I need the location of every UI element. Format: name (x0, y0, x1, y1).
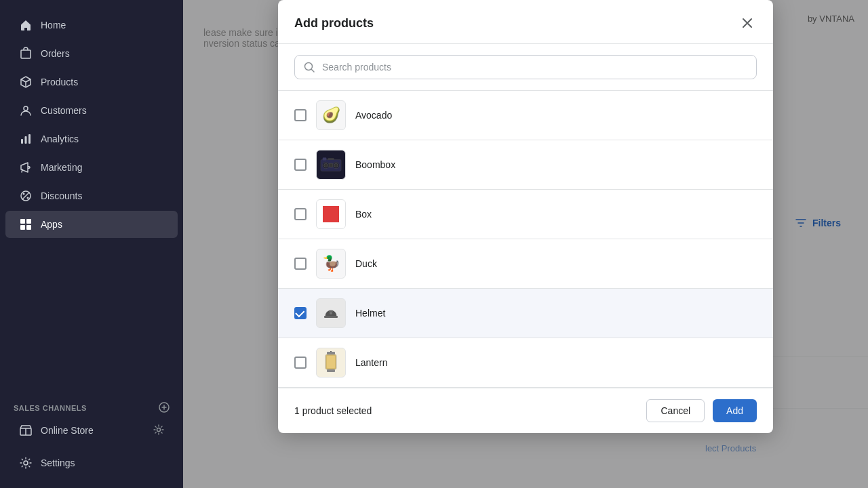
svg-rect-23 (328, 159, 334, 160)
svg-rect-4 (28, 134, 31, 144)
svg-rect-30 (327, 356, 335, 368)
svg-rect-26 (329, 310, 333, 312)
sidebar-item-online-store[interactable]: Online Store (5, 418, 178, 443)
main-content: by VNTANA lease make sure it has beennve… (183, 0, 868, 488)
svg-point-20 (334, 163, 338, 167)
svg-rect-22 (323, 158, 327, 161)
settings-icon (19, 456, 33, 470)
svg-point-6 (27, 197, 29, 199)
box-checkbox[interactable] (294, 208, 307, 220)
sidebar-item-analytics[interactable]: Analytics (5, 125, 178, 152)
svg-rect-0 (21, 50, 31, 58)
lantern-thumbnail (316, 348, 346, 378)
svg-point-27 (330, 312, 332, 314)
sidebar-item-settings[interactable]: Settings (5, 449, 178, 476)
product-item-helmet[interactable]: Helmet (278, 289, 773, 338)
selected-count: 1 product selected (294, 405, 372, 416)
discounts-icon (19, 189, 33, 203)
svg-rect-24 (323, 206, 339, 222)
svg-rect-8 (26, 219, 31, 224)
sidebar-item-label: Home (41, 20, 66, 30)
search-input[interactable] (322, 62, 748, 73)
modal-footer: 1 product selected Cancel Add (278, 388, 773, 433)
modal-search-area (278, 44, 773, 91)
svg-rect-21 (329, 163, 333, 167)
helmet-thumbnail (316, 298, 346, 328)
sidebar-item-label: Marketing (41, 162, 82, 173)
avocado-thumbnail: 🥑 (316, 100, 346, 130)
boombox-checkbox[interactable] (294, 159, 307, 171)
product-item-duck[interactable]: 🦆 Duck (278, 239, 773, 289)
sidebar-item-label: Settings (41, 458, 75, 468)
sidebar-item-label: Discounts (41, 190, 82, 201)
avocado-name: Avocado (355, 110, 392, 121)
add-button[interactable]: Add (713, 399, 757, 422)
svg-rect-3 (25, 136, 27, 144)
duck-checkbox[interactable] (294, 258, 307, 270)
duck-name: Duck (355, 258, 377, 269)
sidebar: Home Orders Products Customers Analytics… (0, 0, 183, 488)
duck-thumbnail: 🦆 (316, 249, 346, 279)
sidebar-item-customers[interactable]: Customers (5, 97, 178, 124)
sidebar-item-apps[interactable]: Apps (5, 211, 178, 238)
product-item-avocado[interactable]: 🥑 Avocado (278, 91, 773, 140)
lantern-name: Lantern (355, 357, 387, 368)
footer-buttons: Cancel Add (646, 399, 757, 422)
home-icon (19, 18, 33, 32)
svg-point-18 (324, 163, 328, 167)
svg-rect-31 (327, 369, 335, 372)
modal-overlay: Add products (183, 0, 868, 488)
box-thumbnail (316, 199, 346, 229)
box-name: Box (355, 209, 372, 220)
sidebar-item-label: Analytics (41, 134, 79, 144)
sidebar-item-home[interactable]: Home (5, 12, 178, 39)
marketing-icon (19, 161, 33, 174)
helmet-name: Helmet (355, 308, 385, 319)
product-item-boombox[interactable]: Boombox (278, 140, 773, 190)
sidebar-item-label: Online Store (41, 425, 94, 436)
sidebar-item-label: Orders (41, 48, 70, 59)
avocado-checkbox[interactable] (294, 109, 307, 121)
products-icon (19, 75, 33, 89)
svg-rect-28 (327, 352, 335, 354)
sidebar-item-marketing[interactable]: Marketing (5, 154, 178, 181)
boombox-thumbnail (316, 150, 346, 180)
analytics-icon (19, 132, 33, 146)
add-sales-channel-icon[interactable] (159, 402, 170, 414)
svg-rect-9 (20, 225, 25, 230)
product-list: 🥑 Avocado (278, 91, 773, 388)
search-icon (303, 61, 315, 73)
svg-rect-7 (20, 219, 25, 224)
product-item-lantern[interactable]: Lantern (278, 338, 773, 388)
sidebar-item-products[interactable]: Products (5, 68, 178, 96)
svg-point-14 (24, 461, 28, 465)
svg-point-15 (305, 63, 313, 70)
sidebar-item-label: Products (41, 77, 78, 87)
customers-icon (19, 104, 33, 117)
svg-rect-25 (324, 316, 338, 318)
sidebar-item-orders[interactable]: Orders (5, 40, 178, 67)
close-icon (741, 16, 754, 30)
svg-rect-10 (26, 225, 31, 230)
apps-icon (19, 218, 33, 231)
modal: Add products (278, 0, 773, 433)
product-item-box[interactable]: Box (278, 190, 773, 239)
boombox-name: Boombox (355, 159, 395, 170)
search-box (294, 55, 757, 79)
modal-close-button[interactable] (738, 14, 757, 33)
svg-point-5 (23, 193, 25, 195)
cancel-button[interactable]: Cancel (646, 399, 705, 422)
modal-title: Add products (294, 16, 374, 30)
settings-gear-icon[interactable] (153, 424, 164, 437)
svg-rect-2 (21, 139, 23, 144)
sales-channels-section: SALES CHANNELS (0, 391, 183, 417)
helmet-checkbox[interactable] (294, 307, 307, 319)
lantern-checkbox[interactable] (294, 357, 307, 369)
orders-icon (19, 47, 33, 60)
svg-point-13 (157, 428, 161, 431)
svg-point-1 (24, 106, 28, 110)
modal-header: Add products (278, 0, 773, 44)
sidebar-item-discounts[interactable]: Discounts (5, 182, 178, 209)
sidebar-item-label: Apps (41, 219, 62, 230)
sidebar-item-label: Customers (41, 105, 87, 116)
